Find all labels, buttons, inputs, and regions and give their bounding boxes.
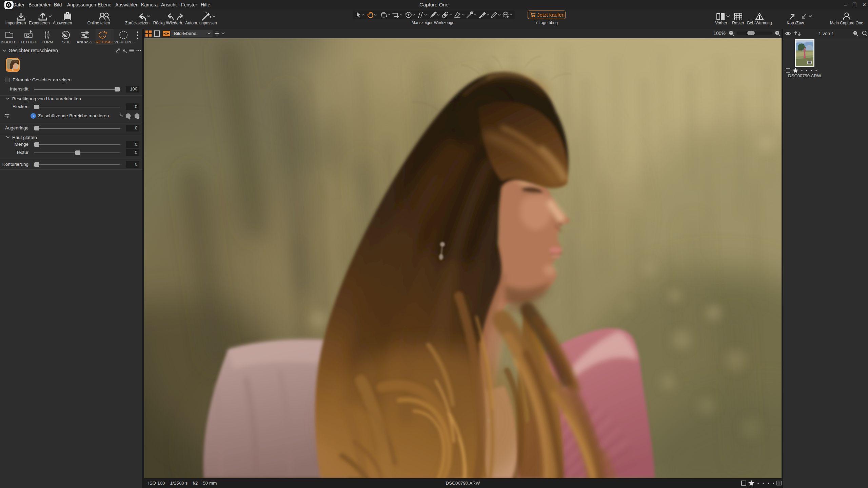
svg-text:1 von 1: 1 von 1 <box>818 31 834 36</box>
